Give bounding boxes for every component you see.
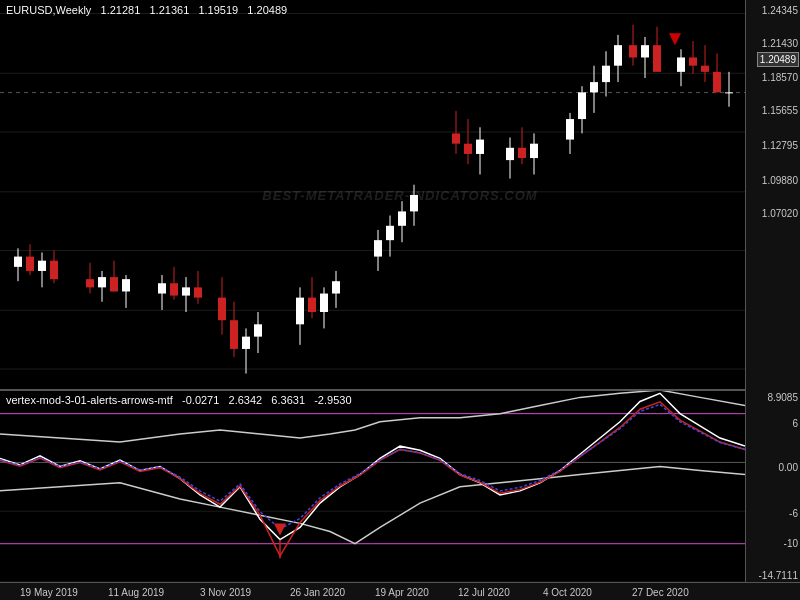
watermark: BEST-METATRADER-INDICATORS.COM <box>262 188 537 203</box>
indicator-scale: 8.9085 6 0.00 -6 -10 -14.7111 <box>745 390 800 600</box>
ind-v4: -2.9530 <box>314 394 351 406</box>
ind-level-2: 6 <box>792 418 798 429</box>
price-level-3: 1.18570 <box>762 72 798 83</box>
indicator-canvas <box>0 390 745 582</box>
date-3: 3 Nov 2019 <box>200 587 251 598</box>
date-7: 4 Oct 2020 <box>543 587 592 598</box>
current-price-box: 1.20489 <box>757 52 799 67</box>
indicator-name: vertex-mod-3-01-alerts-arrows-mtf <box>6 394 173 406</box>
price-level-4: 1.15655 <box>762 105 798 116</box>
ind-level-4: -6 <box>789 508 798 519</box>
open-value: 1.21281 <box>101 4 141 16</box>
ind-v1: -0.0271 <box>182 394 219 406</box>
date-8: 27 Dec 2020 <box>632 587 689 598</box>
date-2: 11 Aug 2019 <box>108 587 164 598</box>
ind-level-3: 0.00 <box>779 462 798 473</box>
chart-separator <box>0 389 745 391</box>
ind-v3: 6.3631 <box>271 394 305 406</box>
price-level-7: 1.07020 <box>762 208 798 219</box>
ind-level-5: -10 <box>784 538 798 549</box>
price-level-5: 1.12795 <box>762 140 798 151</box>
low-value: 1.19519 <box>198 4 238 16</box>
symbol-label: EURUSD,Weekly <box>6 4 91 16</box>
ind-level-1: 8.9085 <box>767 392 798 403</box>
ind-level-6: -14.7111 <box>759 570 798 581</box>
price-level-1: 1.24345 <box>762 5 798 16</box>
high-value: 1.21361 <box>149 4 189 16</box>
price-header: EURUSD,Weekly 1.21281 1.21361 1.19519 1.… <box>6 4 287 16</box>
date-1: 19 May 2019 <box>20 587 78 598</box>
date-5: 19 Apr 2020 <box>375 587 429 598</box>
date-axis: 19 May 2019 11 Aug 2019 3 Nov 2019 26 Ja… <box>0 582 800 600</box>
price-level-2: 1.21430 <box>762 38 798 49</box>
chart-container: EURUSD,Weekly 1.21281 1.21361 1.19519 1.… <box>0 0 800 600</box>
date-6: 12 Jul 2020 <box>458 587 510 598</box>
price-scale: 1.24345 1.21430 1.20489 1.18570 1.15655 … <box>745 0 800 390</box>
ind-v2: 2.6342 <box>229 394 263 406</box>
close-value: 1.20489 <box>247 4 287 16</box>
date-4: 26 Jan 2020 <box>290 587 345 598</box>
indicator-header: vertex-mod-3-01-alerts-arrows-mtf -0.027… <box>6 394 352 406</box>
price-level-6: 1.09880 <box>762 175 798 186</box>
